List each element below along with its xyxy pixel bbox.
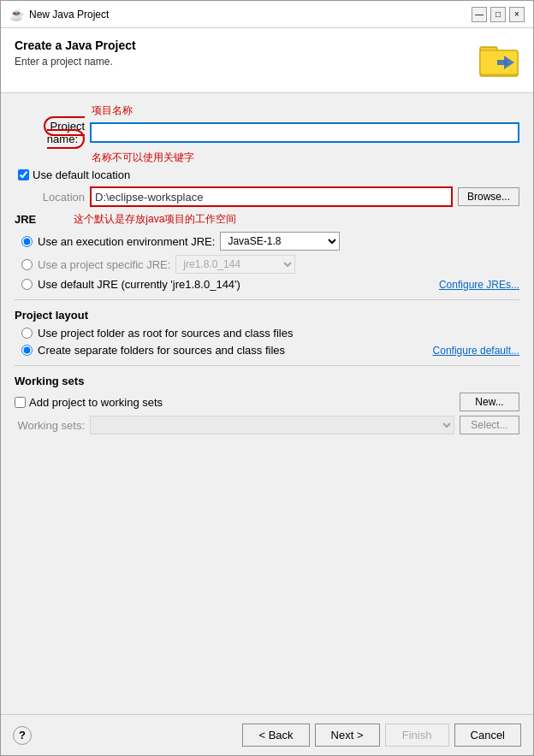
header-text: Create a Java Project Enter a project na…: [15, 38, 136, 68]
jre-specific-radio[interactable]: [21, 259, 33, 270]
title-bar: ☕ New Java Project — □ ×: [1, 1, 533, 28]
footer-buttons: < Back Next > Finish Cancel: [242, 724, 521, 747]
layout-separate-radio[interactable]: [21, 345, 33, 356]
help-button[interactable]: ?: [13, 726, 32, 745]
main-section: 项目名称 Project name: 名称不可以使用关键字 Use defaul…: [1, 93, 533, 714]
annotation-project-name: 项目名称: [92, 103, 519, 118]
back-button[interactable]: < Back: [242, 724, 309, 747]
add-working-sets-row: Add project to working sets New...: [15, 393, 519, 411]
footer-section: ? < Back Next > Finish Cancel: [1, 714, 533, 755]
jre-env-select[interactable]: JavaSE-1.8 JavaSE-11 JavaSE-17: [220, 232, 340, 251]
divider-2: [15, 365, 519, 366]
minimize-button[interactable]: —: [472, 7, 487, 22]
add-working-sets-label-container: Add project to working sets: [15, 396, 460, 409]
svg-rect-4: [497, 60, 507, 65]
add-working-sets-label: Add project to working sets: [29, 396, 163, 409]
title-bar-left: ☕ New Java Project: [9, 8, 109, 21]
location-input[interactable]: [90, 186, 453, 207]
header-title: Create a Java Project: [15, 38, 136, 52]
working-sets-label: Working sets:: [15, 419, 90, 432]
empty-area: [15, 441, 519, 527]
project-name-label-container: Project name:: [15, 120, 90, 145]
window-icon: ☕: [9, 8, 24, 21]
use-default-location-row: Use default location: [18, 168, 519, 181]
configure-jres-link[interactable]: Configure JREs...: [439, 279, 519, 291]
location-row: Location Browse...: [15, 186, 519, 207]
new-working-set-button[interactable]: New...: [460, 393, 519, 411]
jre-env-label: Use an execution environment JRE:: [38, 235, 215, 248]
select-working-set-button[interactable]: Select...: [460, 416, 519, 434]
configure-default-link[interactable]: Configure default...: [433, 345, 519, 357]
close-button[interactable]: ×: [509, 7, 525, 22]
location-label: Location: [15, 191, 90, 204]
jre-env-row: Use an execution environment JRE: JavaSE…: [21, 232, 519, 251]
jre-env-radio[interactable]: [21, 236, 33, 247]
jre-header-row: JRE 这个默认是存放java项目的工作空间: [15, 212, 519, 227]
use-default-location-label[interactable]: Use default location: [33, 168, 130, 181]
layout-root-row: Use project folder as root for sources a…: [21, 327, 519, 340]
title-bar-controls: — □ ×: [472, 7, 525, 22]
maximize-button[interactable]: □: [490, 7, 506, 22]
jre-default-radio[interactable]: [21, 279, 33, 290]
working-sets-section: Working sets Add project to working sets…: [15, 375, 519, 434]
browse-button[interactable]: Browse...: [458, 187, 519, 206]
next-button[interactable]: Next >: [315, 724, 380, 747]
annotation-keyword: 名称不可以使用关键字: [92, 151, 519, 165]
cancel-button[interactable]: Cancel: [454, 724, 521, 747]
jre-annotation: 这个默认是存放java项目的工作空间: [74, 212, 236, 227]
add-working-sets-checkbox[interactable]: [15, 397, 26, 408]
layout-separate-label: Create separate folders for sources and …: [38, 344, 285, 357]
layout-root-radio[interactable]: [21, 328, 33, 339]
jre-specific-row: Use a project specific JRE: jre1.8.0_144: [21, 255, 519, 274]
header-section: Create a Java Project Enter a project na…: [1, 28, 533, 93]
divider-1: [15, 299, 519, 300]
layout-separate-row: Create separate folders for sources and …: [21, 344, 519, 357]
working-sets-title: Working sets: [15, 375, 519, 387]
finish-button[interactable]: Finish: [385, 724, 449, 747]
jre-label: JRE: [15, 213, 36, 226]
jre-default-label: Use default JRE (currently 'jre1.8.0_144…: [38, 278, 240, 291]
project-name-row: Project name:: [15, 120, 519, 145]
jre-specific-label: Use a project specific JRE:: [38, 258, 170, 271]
project-layout-section: Project layout Use project folder as roo…: [15, 309, 519, 357]
header-subtitle: Enter a project name.: [15, 56, 136, 68]
project-name-label: Project name:: [44, 116, 85, 149]
header-folder-icon: [478, 38, 519, 82]
main-window: ☕ New Java Project — □ × Create a Java P…: [0, 0, 534, 756]
jre-default-row: Use default JRE (currently 'jre1.8.0_144…: [21, 278, 519, 291]
layout-root-label: Use project folder as root for sources a…: [38, 327, 293, 340]
working-sets-label-row: Working sets: Select...: [15, 416, 519, 434]
project-layout-title: Project layout: [15, 309, 519, 322]
window-title: New Java Project: [29, 9, 109, 21]
jre-specific-select: jre1.8.0_144: [175, 255, 295, 274]
project-name-input[interactable]: [90, 122, 519, 143]
working-sets-select: [90, 416, 454, 434]
footer-left: ?: [13, 726, 32, 745]
use-default-location-checkbox[interactable]: [18, 169, 29, 180]
